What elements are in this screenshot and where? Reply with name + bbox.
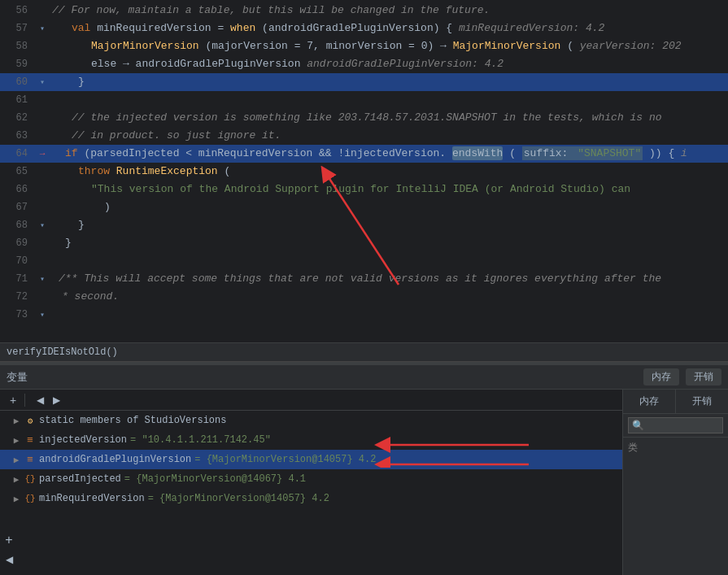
line-num-63: 63 bbox=[0, 130, 36, 142]
fn-runtime: RuntimeException bbox=[116, 165, 218, 177]
plain-58a: (majorVersion = 7, minorVersion = 0) → bbox=[205, 40, 452, 52]
expand-minreq[interactable]: ▶ bbox=[10, 494, 23, 504]
annotation-64: i bbox=[681, 147, 687, 159]
nav-up-btn[interactable]: ◀ bbox=[32, 392, 48, 408]
line-content-57: val minRequiredVersion = when (androidGr… bbox=[49, 20, 728, 37]
panel-actions: 内存 开销 bbox=[643, 368, 721, 386]
fold-icon-68[interactable]: ▾ bbox=[40, 220, 45, 230]
gutter-68: ▾ bbox=[36, 220, 49, 230]
var-item-injected[interactable]: ▶ ≡ injectedVersion = "10.4.1.1.211.7142… bbox=[0, 430, 622, 450]
kw-throw: throw bbox=[78, 165, 116, 177]
plain-58b: ( bbox=[567, 40, 580, 52]
code-lines: 56 // For now, maintain a table, but thi… bbox=[0, 0, 728, 324]
plain-57b: (androidGradlePluginVersion) { bbox=[262, 22, 459, 34]
overhead-tab[interactable]: 开销 bbox=[676, 390, 728, 413]
arrow-gutter-64: → bbox=[40, 149, 46, 159]
plain-57a: minRequiredVersion = bbox=[97, 22, 230, 34]
code-line-63: 63 // in product. so just ignore it. bbox=[0, 127, 728, 145]
var-item-static[interactable]: ▶ ⚙ static members of StudioVersions bbox=[0, 411, 622, 430]
panel-header: 变量 内存 开销 bbox=[0, 365, 728, 390]
line-num-69: 69 bbox=[0, 237, 36, 249]
line-content-56: // For now, maintain a table, but this w… bbox=[49, 2, 728, 20]
line-content-69: } bbox=[49, 234, 728, 252]
class-label: 类 bbox=[623, 438, 728, 458]
gutter-64: → bbox=[36, 149, 49, 159]
line-content-67: ) bbox=[49, 198, 728, 216]
varname-parsed: parsedInjected bbox=[39, 473, 121, 485]
snapshot-str: "SNAPSHOT" bbox=[576, 146, 643, 160]
code-line-70: 70 bbox=[0, 252, 728, 270]
line-num-61: 61 bbox=[0, 94, 36, 106]
panel-content: + ◀ ▶ ▶ ⚙ static members of StudioVersio… bbox=[0, 390, 728, 575]
icon-injected: ≡ bbox=[23, 434, 37, 446]
expand-agpv[interactable]: ▶ bbox=[10, 455, 23, 465]
add-variable-btn[interactable]: + bbox=[5, 392, 21, 408]
line-content-64: if (parsedInjected < minRequiredVersion … bbox=[49, 145, 728, 163]
search-box bbox=[623, 414, 728, 438]
code-line-61: 61 bbox=[0, 91, 728, 109]
gutter-73: ▾ bbox=[36, 310, 49, 320]
fn-58b: MajorMinorVersion bbox=[453, 40, 561, 52]
left-side-buttons: + ◀ bbox=[0, 531, 18, 568]
var-item-minreq[interactable]: ▶ {} minRequiredVersion = {MajorMinorVer… bbox=[0, 489, 622, 508]
gutter-60: ▾ bbox=[36, 77, 49, 87]
expand-injected[interactable]: ▶ bbox=[10, 435, 23, 446]
line-content-66: "This version of the Android Support plu… bbox=[49, 181, 728, 198]
gutter-71: ▾ bbox=[36, 274, 49, 284]
icon-minreq: {} bbox=[23, 494, 37, 503]
fold-icon-71[interactable]: ▾ bbox=[40, 274, 45, 284]
side-btn-1[interactable]: + bbox=[2, 533, 16, 547]
code-line-56: 56 // For now, maintain a table, but thi… bbox=[0, 2, 728, 20]
left-side-nav: ◀ ▶ bbox=[32, 392, 64, 408]
varval-parsed: = {MajorMinorVersion@14067} 4.1 bbox=[124, 473, 306, 485]
overhead-tab-btn[interactable]: 开销 bbox=[686, 368, 721, 386]
line-num-67: 67 bbox=[0, 202, 36, 213]
line-content-62: // the injected version is something lik… bbox=[49, 109, 728, 127]
line-num-66: 66 bbox=[0, 184, 36, 195]
var-item-parsed[interactable]: ▶ {} parsedInjected = {MajorMinorVersion… bbox=[0, 469, 622, 489]
fold-icon-73[interactable]: ▾ bbox=[40, 310, 45, 320]
memory-tab[interactable]: 内存 bbox=[623, 390, 676, 413]
line-content-71: /** This will accept some things that ar… bbox=[49, 270, 728, 288]
line-content-68: } bbox=[49, 216, 728, 234]
when-keyword: when bbox=[230, 22, 255, 34]
varname-minreq: minRequiredVersion bbox=[39, 493, 145, 504]
line-content-58: MajorMinorVersion (majorVersion = 7, min… bbox=[49, 37, 728, 55]
line-num-62: 62 bbox=[0, 112, 36, 124]
varname-injected: injectedVersion bbox=[39, 434, 127, 446]
code-editor: 56 // For now, maintain a table, but thi… bbox=[0, 0, 728, 362]
varname-static: static members of StudioVersions bbox=[39, 415, 226, 426]
fold-icon-60[interactable]: ▾ bbox=[40, 77, 45, 87]
line-num-64: 64 bbox=[0, 148, 36, 159]
toolbar-separator bbox=[24, 394, 25, 407]
variables-panel: + ◀ ▶ ▶ ⚙ static members of StudioVersio… bbox=[0, 390, 622, 575]
code-line-72: 72 * second. bbox=[0, 288, 728, 306]
annotation-59: androidGradlePluginVersion: 4.2 bbox=[307, 58, 503, 70]
memory-tab-btn[interactable]: 内存 bbox=[643, 368, 679, 386]
comment-62: // the injected version is something lik… bbox=[72, 111, 662, 124]
expand-static[interactable]: ▶ bbox=[10, 416, 23, 426]
comment-56: // For now, maintain a table, but this w… bbox=[52, 4, 490, 16]
side-btn-2[interactable]: ◀ bbox=[2, 552, 16, 567]
nav-down-btn[interactable]: ▶ bbox=[48, 392, 64, 408]
code-line-66: 66 "This version of the Android Support … bbox=[0, 181, 728, 198]
expand-parsed[interactable]: ▶ bbox=[10, 474, 23, 485]
suffix-param: suffix: bbox=[522, 146, 576, 160]
code-line-69: 69 } bbox=[0, 234, 728, 252]
line-num-58: 58 bbox=[0, 41, 36, 52]
varval-minreq: = {MajorMinorVersion@14057} 4.2 bbox=[148, 493, 329, 504]
kw-if: if bbox=[65, 147, 78, 159]
var-toolbar: + ◀ ▶ bbox=[0, 390, 622, 411]
var-item-agpv[interactable]: ▶ ≡ androidGradlePluginVersion = {MajorM… bbox=[0, 450, 622, 469]
line-num-59: 59 bbox=[0, 59, 36, 70]
str-66: "This version of the Android Support plu… bbox=[91, 183, 630, 195]
plain-64c: )) { bbox=[649, 147, 681, 159]
annotation-58: yearVersion: 202 bbox=[580, 40, 682, 52]
code-line-68: 68 ▾ } bbox=[0, 216, 728, 234]
code-line-71: 71 ▾ /** This will accept some things th… bbox=[0, 270, 728, 288]
search-input[interactable] bbox=[628, 417, 723, 433]
bottom-breadcrumb: verifyIDEIsNotOld() bbox=[0, 342, 728, 361]
fold-icon-57[interactable]: ▾ bbox=[40, 24, 45, 33]
line-num-56: 56 bbox=[0, 5, 36, 16]
line-num-70: 70 bbox=[0, 255, 36, 267]
